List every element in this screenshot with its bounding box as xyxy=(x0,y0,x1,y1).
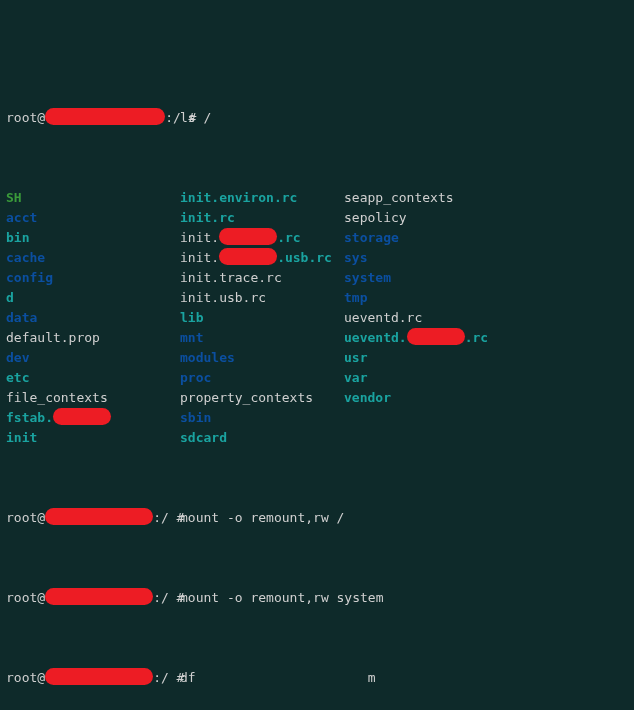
ls-entry: property_contexts xyxy=(180,390,313,405)
ls-entry: init.usb.rc xyxy=(180,290,266,305)
ls-row: configinit.trace.rcsystem xyxy=(6,268,628,288)
ls-entry: config xyxy=(6,270,53,285)
ls-entry: ueventd. xyxy=(344,330,407,345)
ls-entry: var xyxy=(344,370,367,385)
redaction xyxy=(53,408,111,425)
ls-row: fstab.sbin xyxy=(6,408,628,428)
ls-row: default.propmntueventd..rc xyxy=(6,328,628,348)
ls-entry: proc xyxy=(180,370,211,385)
ls-entry: fstab. xyxy=(6,410,53,425)
ls-entry: sdcard xyxy=(180,430,227,445)
ls-entry: SH xyxy=(6,190,22,205)
ls-entry: ueventd.rc xyxy=(344,310,422,325)
cmd-mount-root: mount -o remount,rw / xyxy=(180,508,344,528)
redaction xyxy=(45,588,153,605)
ls-entry: sys xyxy=(344,250,367,265)
ls-entry: cache xyxy=(6,250,45,265)
ls-entry: sepolicy xyxy=(344,210,407,225)
ls-entry: init.trace.rc xyxy=(180,270,282,285)
ls-entry: init. xyxy=(180,230,219,245)
prompt-line: root@:/ # df m xyxy=(6,668,628,688)
ls-entry: lib xyxy=(180,310,203,325)
ls-entry: etc xyxy=(6,370,29,385)
ls-row: datalibueventd.rc xyxy=(6,308,628,328)
prompt-line: root@:/ # mount -o remount,rw / xyxy=(6,508,628,528)
ls-row: acctinit.rcsepolicy xyxy=(6,208,628,228)
ls-row: dinit.usb.rctmp xyxy=(6,288,628,308)
ls-row: devmodulesusr xyxy=(6,348,628,368)
cmd-ls: ls / xyxy=(180,108,211,128)
ls-entry: init. xyxy=(180,250,219,265)
ls-entry: storage xyxy=(344,230,399,245)
ls-entry: init xyxy=(6,430,37,445)
prompt-user: root xyxy=(6,110,37,125)
ls-entry: modules xyxy=(180,350,235,365)
redaction xyxy=(219,248,277,265)
ls-entry: seapp_contexts xyxy=(344,190,454,205)
ls-entry: sbin xyxy=(180,410,211,425)
cmd-mount-system: mount -o remount,rw system xyxy=(180,588,384,608)
ls-entry: dev xyxy=(6,350,29,365)
ls-entry: file_contexts xyxy=(6,390,108,405)
redaction xyxy=(219,228,277,245)
ls-row: cacheinit..usb.rcsys xyxy=(6,248,628,268)
ls-row: bininit..rcstorage xyxy=(6,228,628,248)
ls-entry: tmp xyxy=(344,290,367,305)
ls-entry: bin xyxy=(6,230,29,245)
redaction xyxy=(407,328,465,345)
ls-entry: acct xyxy=(6,210,37,225)
redaction xyxy=(45,668,153,685)
ls-entry: vendor xyxy=(344,390,391,405)
ls-entry: init.rc xyxy=(180,210,235,225)
ls-entry: system xyxy=(344,270,391,285)
redaction xyxy=(45,108,165,125)
prompt-line: root@:/ # mount -o remount,rw system xyxy=(6,588,628,608)
redaction xyxy=(45,508,153,525)
ls-row: etcprocvar xyxy=(6,368,628,388)
cmd-df: df m xyxy=(180,668,376,688)
ls-row: SHinit.environ.rcseapp_contexts xyxy=(6,188,628,208)
prompt-line: root@:/ # ls / xyxy=(6,108,628,128)
ls-row: initsdcard xyxy=(6,428,628,448)
ls-entry: mnt xyxy=(180,330,203,345)
ls-entry: init.environ.rc xyxy=(180,190,297,205)
ls-entry: data xyxy=(6,310,37,325)
ls-entry: default.prop xyxy=(6,330,100,345)
ls-row: file_contextsproperty_contextsvendor xyxy=(6,388,628,408)
ls-entry: d xyxy=(6,290,14,305)
ls-entry: usr xyxy=(344,350,367,365)
